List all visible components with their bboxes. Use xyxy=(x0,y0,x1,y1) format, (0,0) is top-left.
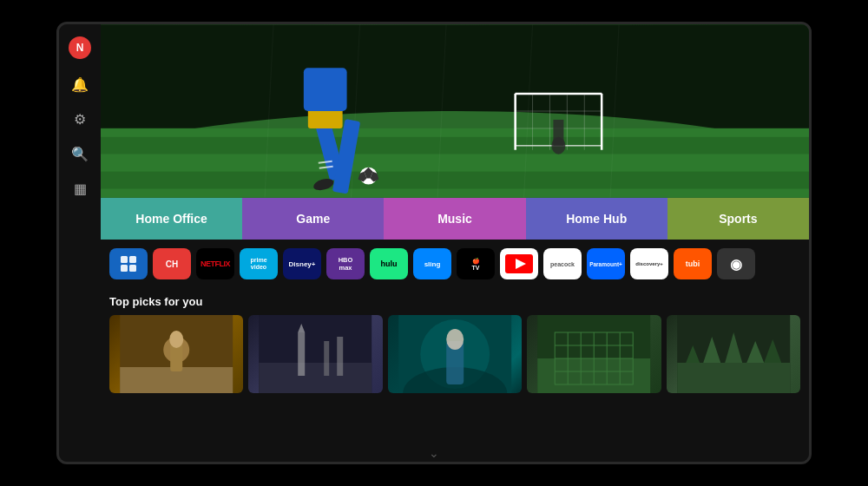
app-discovery-plus[interactable]: discovery+ xyxy=(630,248,668,279)
svg-rect-4 xyxy=(101,137,809,154)
sidebar: N 🔔 ⚙ 🔍 ▦ xyxy=(59,24,101,462)
svg-rect-34 xyxy=(121,265,128,272)
app-apple-tv[interactable]: 🍎TV xyxy=(457,248,495,279)
app-extra[interactable]: ◉ xyxy=(717,248,755,279)
guide-icon[interactable]: ▦ xyxy=(70,179,89,198)
app-peacock[interactable]: peacock xyxy=(543,248,582,279)
svg-rect-47 xyxy=(338,337,344,376)
pick-item-3[interactable] xyxy=(388,315,522,393)
svg-rect-46 xyxy=(325,341,330,376)
tab-music[interactable]: Music xyxy=(384,198,525,240)
svg-rect-5 xyxy=(101,154,809,172)
search-icon[interactable]: 🔍 xyxy=(70,144,89,163)
bell-icon[interactable]: 🔔 xyxy=(70,75,89,94)
app-prime-video[interactable]: primevideo xyxy=(240,248,278,279)
top-picks-label: Top picks for you xyxy=(109,295,800,308)
pick-item-2[interactable] xyxy=(248,315,382,393)
avatar[interactable]: N xyxy=(69,36,91,59)
app-disney-plus[interactable]: Disney+ xyxy=(283,248,321,279)
tab-sports[interactable]: Sports xyxy=(667,198,809,240)
app-all-apps[interactable] xyxy=(109,248,148,279)
pick-item-1[interactable] xyxy=(109,315,243,393)
bottom-indicator: ⌄ xyxy=(421,451,447,455)
svg-rect-33 xyxy=(129,256,136,263)
tv-frame: N 🔔 ⚙ 🔍 ▦ xyxy=(56,22,812,464)
svg-rect-27 xyxy=(304,68,347,111)
svg-rect-35 xyxy=(129,265,136,272)
pick-item-4[interactable] xyxy=(527,315,661,393)
svg-rect-44 xyxy=(260,363,372,393)
apps-row: CH NETFLIX primevideo Disney+ HBOmax hul… xyxy=(101,240,809,288)
pick-item-5[interactable] xyxy=(667,315,800,393)
app-channel[interactable]: CH xyxy=(153,248,191,279)
app-hulu[interactable]: hulu xyxy=(370,248,408,279)
svg-rect-66 xyxy=(677,363,790,393)
hero-banner xyxy=(101,24,809,198)
svg-point-42 xyxy=(169,331,183,348)
app-netflix[interactable]: NETFLIX xyxy=(196,248,234,279)
main-content: Home Office Game Music Home Hub Sports C… xyxy=(101,24,809,462)
svg-point-53 xyxy=(446,329,464,350)
settings-icon[interactable]: ⚙ xyxy=(70,109,89,128)
top-picks-section: Top picks for you xyxy=(101,288,809,462)
app-paramount-plus[interactable]: Paramount+ xyxy=(587,248,625,279)
app-tubi[interactable]: tubi xyxy=(674,248,712,279)
svg-rect-32 xyxy=(121,256,128,263)
svg-rect-6 xyxy=(101,172,809,189)
tab-game[interactable]: Game xyxy=(242,198,384,240)
app-hbo-max[interactable]: HBOmax xyxy=(326,248,365,279)
picks-grid xyxy=(109,315,800,393)
app-youtube[interactable] xyxy=(500,248,538,279)
category-tabs: Home Office Game Music Home Hub Sports xyxy=(101,198,809,240)
app-sling[interactable]: sling xyxy=(413,248,451,279)
tab-home-office[interactable]: Home Office xyxy=(101,198,242,240)
svg-rect-23 xyxy=(553,120,563,146)
tab-home-hub[interactable]: Home Hub xyxy=(526,198,667,240)
hero-field-svg xyxy=(101,24,809,198)
svg-rect-45 xyxy=(299,332,306,376)
